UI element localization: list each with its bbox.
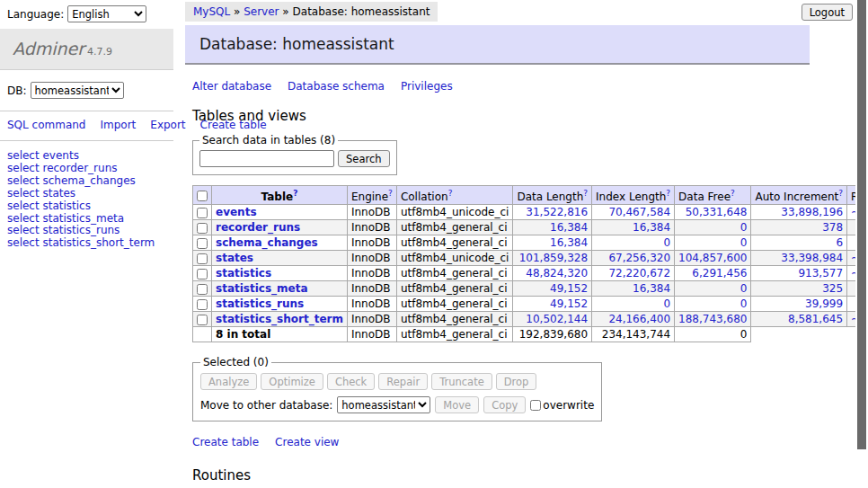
sidebar-command-link[interactable]: SQL command [7,119,85,131]
data-length-cell: 10,502,144 [513,312,592,327]
optimize-button[interactable]: Optimize [261,373,323,390]
engine-cell: InnoDB [347,266,396,281]
sidebar-table-link[interactable]: select statistics_meta [7,213,166,226]
row-checkbox-cell [193,205,212,220]
breadcrumb-separator: » [230,5,244,18]
table-name-cell: statistics_short_term [212,312,348,327]
row-checkbox[interactable] [197,284,208,295]
collation-cell: utf8mb4_general_ci [396,266,513,281]
auto-increment-cell: 913,577 [751,266,847,281]
sidebar-table-link[interactable]: select states [7,188,166,200]
table-name-link[interactable]: states [216,252,253,264]
sidebar-command-link[interactable]: Export [150,119,185,131]
row-checkbox[interactable] [197,253,208,264]
sidebar-table-link[interactable]: select events [7,150,166,163]
move-button[interactable]: Move [435,396,479,413]
table-row: statistics_runsInnoDButf8mb4_general_ci4… [193,297,868,312]
column-help-link[interactable]: ? [666,189,670,198]
db-nav-link[interactable]: Database schema [288,80,385,93]
table-name-link[interactable]: statistics [216,267,271,279]
search-input[interactable] [199,150,334,167]
language-label: Language: [7,8,64,21]
column-help-link[interactable]: ? [731,189,735,198]
table-total-row: 8 in totalInnoDButf8mb4_general_ci192,83… [193,327,868,342]
search-button[interactable]: Search [338,150,390,167]
tables-heading: Tables and views [192,108,868,124]
db-nav-link[interactable]: Privileges [401,80,453,93]
auto-increment-cell: 378 [751,220,847,235]
column-help-link[interactable]: ? [583,189,588,198]
table-name-link[interactable]: schema_changes [216,236,318,249]
row-checkbox[interactable] [197,299,208,310]
scrollbar-track[interactable] [855,0,868,488]
data-length-cell: 49,152 [513,297,592,312]
total-engine-cell: InnoDB [347,327,396,342]
db-nav-link[interactable]: Alter database [192,80,271,93]
move-db-select[interactable]: homeassistant [337,396,430,413]
truncate-button[interactable]: Truncate [431,373,492,390]
collation-cell: utf8mb4_general_ci [396,235,513,251]
tables-table: Table?Engine?Collation?Data Length?Index… [192,185,868,342]
row-checkbox[interactable] [197,208,208,218]
sidebar-table-link[interactable]: select recorder_runs [7,163,166,175]
breadcrumb-link[interactable]: Server [244,5,279,18]
scrollbar-thumb[interactable] [857,0,866,449]
row-checkbox-cell [193,251,212,266]
auto-increment-cell: 6 [751,235,847,251]
column-help-link[interactable]: ? [388,189,393,198]
index-length-cell: 24,166,400 [592,312,675,327]
sidebar-table-link[interactable]: select schema_changes [7,175,166,188]
analyze-button[interactable]: Analyze [200,373,257,390]
row-checkbox[interactable] [197,238,208,249]
table-name-link[interactable]: events [216,206,257,218]
language-row: Language:English [0,0,173,29]
data-free-cell: 188,743,680 [675,312,751,327]
breadcrumb-separator: » [279,5,293,18]
total-collation-cell: utf8mb4_general_ci [396,327,513,342]
table-name-cell: schema_changes [212,235,348,251]
select-all-checkbox[interactable] [197,191,208,201]
column-help-link[interactable]: ? [838,189,843,198]
sidebar-command-link[interactable]: Import [100,119,136,131]
column-header-data-free: Data Free? [675,186,751,205]
table-name-link[interactable]: recorder_runs [216,221,300,234]
breadcrumb-link[interactable]: MySQL [193,5,230,18]
total-data-free-cell: 0 [675,327,751,342]
table-name-link[interactable]: statistics_short_term [216,313,343,325]
table-name-cell: events [212,205,348,220]
row-checkbox[interactable] [197,269,208,279]
create-link[interactable]: Create view [275,436,339,448]
column-header-data-length: Data Length? [513,186,592,205]
copy-button[interactable]: Copy [483,396,526,413]
collation-cell: utf8mb4_general_ci [396,220,513,235]
selected-fieldset: Selected (0) AnalyzeOptimizeCheckRepairT… [192,356,602,421]
sidebar-divider [0,111,173,111]
auto-increment-cell: 33,398,984 [751,251,847,266]
row-checkbox[interactable] [197,315,208,325]
row-checkbox-cell [193,235,212,251]
sidebar-table-links: select eventsselect recorder_runsselect … [0,148,173,252]
collation-cell: utf8mb4_general_ci [396,297,513,312]
language-select[interactable]: English [67,5,146,22]
auto-increment-cell: 325 [751,281,847,297]
data-free-cell: 0 [675,297,751,312]
create-link[interactable]: Create table [192,436,259,448]
engine-cell: InnoDB [347,297,396,312]
move-label: Move to other database: [200,399,332,412]
repair-button[interactable]: Repair [378,373,428,390]
drop-button[interactable]: Drop [496,373,537,390]
index-length-cell: 16,384 [592,281,675,297]
table-name-link[interactable]: statistics_meta [216,282,308,295]
column-help-link[interactable]: ? [448,189,453,198]
sidebar-table-link[interactable]: select statistics_short_term [7,237,166,250]
column-help-link[interactable]: ? [293,189,297,198]
row-checkbox[interactable] [197,223,208,234]
table-row: statistics_metaInnoDButf8mb4_general_ci4… [193,281,868,297]
total-index-length-cell: 234,143,744 [592,327,675,342]
check-button[interactable]: Check [327,373,375,390]
table-name-link[interactable]: statistics_runs [216,297,304,310]
db-select[interactable]: homeassistant [31,82,124,99]
sidebar-table-link[interactable]: select statistics [7,200,166,213]
sidebar-table-link[interactable]: select statistics_runs [7,225,166,237]
overwrite-checkbox[interactable] [530,400,541,411]
